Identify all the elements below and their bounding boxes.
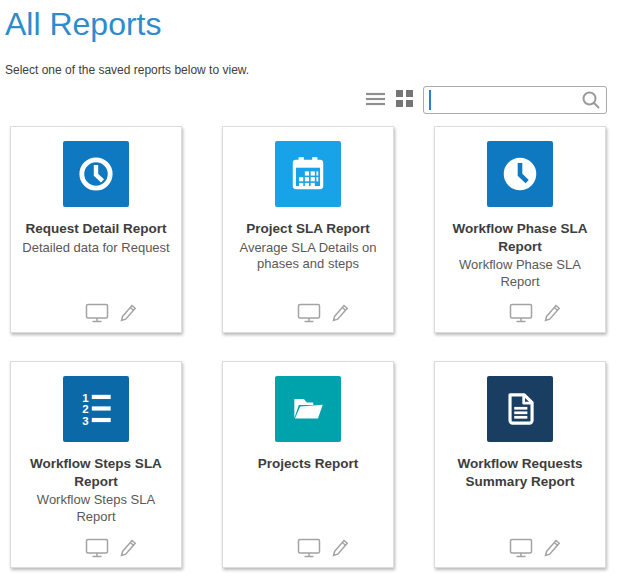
- card-title: Workflow Phase SLA Report: [435, 220, 605, 255]
- card-actions: [239, 537, 409, 558]
- view-report-button[interactable]: [509, 303, 533, 323]
- report-card-grid: Request Detail Report Detailed data for …: [10, 126, 606, 568]
- ordered-list-icon: 1 2 3: [63, 376, 129, 442]
- card-description: Average SLA Details on phases and steps: [223, 238, 393, 274]
- page-subtitle: Select one of the saved reports below to…: [5, 63, 628, 77]
- pencil-icon: [118, 311, 139, 326]
- card-actions: [27, 302, 197, 323]
- clock-outline-icon: [63, 141, 129, 207]
- monitor-icon: [509, 311, 533, 326]
- card-description: Workflow Steps SLA Report: [11, 490, 181, 526]
- pencil-icon: [330, 546, 351, 561]
- edit-report-button[interactable]: [118, 537, 139, 558]
- report-card-workflow-phase-sla[interactable]: Workflow Phase SLA Report Workflow Phase…: [434, 126, 606, 333]
- view-report-button[interactable]: [297, 538, 321, 558]
- monitor-icon: [85, 546, 109, 561]
- folder-open-icon: [275, 376, 341, 442]
- search-input[interactable]: [430, 88, 580, 112]
- card-description: [223, 473, 393, 475]
- report-card-workflow-requests-summary[interactable]: Workflow Requests Summary Report: [434, 361, 606, 568]
- card-title: Workflow Steps SLA Report: [11, 455, 181, 490]
- edit-report-button[interactable]: [542, 537, 563, 558]
- search-icon[interactable]: [581, 90, 601, 110]
- pencil-icon: [542, 311, 563, 326]
- card-description: Workflow Phase SLA Report: [435, 255, 605, 291]
- card-title: Project SLA Report: [223, 220, 393, 238]
- document-icon: [487, 376, 553, 442]
- monitor-icon: [297, 546, 321, 561]
- calendar-icon: [275, 141, 341, 207]
- report-card-projects[interactable]: Projects Report: [222, 361, 394, 568]
- list-view-button[interactable]: [365, 90, 385, 110]
- card-description: Detailed data for Request: [11, 238, 181, 257]
- card-title: Request Detail Report: [11, 220, 181, 238]
- view-report-button[interactable]: [509, 538, 533, 558]
- svg-text:3: 3: [82, 415, 88, 427]
- list-view-icon: [366, 92, 385, 109]
- card-title: Workflow Requests Summary Report: [435, 455, 605, 490]
- page-title: All Reports: [5, 6, 628, 43]
- grid-view-icon: [396, 90, 413, 110]
- view-report-button[interactable]: [85, 538, 109, 558]
- pencil-icon: [330, 311, 351, 326]
- view-report-button[interactable]: [85, 303, 109, 323]
- card-title: Projects Report: [223, 455, 393, 473]
- card-actions: [451, 302, 621, 323]
- edit-report-button[interactable]: [542, 302, 563, 323]
- pencil-icon: [542, 546, 563, 561]
- grid-view-button[interactable]: [394, 90, 414, 110]
- card-actions: [27, 537, 197, 558]
- monitor-icon: [509, 546, 533, 561]
- monitor-icon: [85, 311, 109, 326]
- report-card-request-detail[interactable]: Request Detail Report Detailed data for …: [10, 126, 182, 333]
- monitor-icon: [297, 311, 321, 326]
- toolbar: [365, 86, 607, 114]
- edit-report-button[interactable]: [118, 302, 139, 323]
- svg-text:1: 1: [82, 392, 89, 404]
- report-card-project-sla[interactable]: Project SLA Report Average SLA Details o…: [222, 126, 394, 333]
- search-box: [423, 86, 607, 114]
- card-description: [435, 490, 605, 492]
- edit-report-button[interactable]: [330, 302, 351, 323]
- clock-solid-icon: [487, 141, 553, 207]
- report-card-workflow-steps-sla[interactable]: 1 2 3 Workflow Steps SLA Report Workflow…: [10, 361, 182, 568]
- card-actions: [451, 537, 621, 558]
- svg-text:2: 2: [82, 403, 88, 415]
- pencil-icon: [118, 546, 139, 561]
- card-actions: [239, 302, 409, 323]
- edit-report-button[interactable]: [330, 537, 351, 558]
- view-report-button[interactable]: [297, 303, 321, 323]
